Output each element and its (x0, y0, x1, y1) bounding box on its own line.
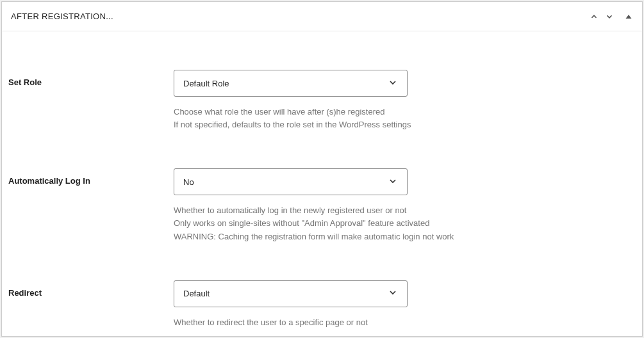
chevron-up-icon[interactable] (590, 12, 599, 21)
auto-login-select[interactable]: No (174, 168, 408, 195)
help-auto-login: Whether to automatically log in the newl… (174, 204, 636, 243)
control-set-role: Default Role Choose what role the user w… (174, 70, 636, 131)
field-row-set-role: Set Role Default Role Choose what role t… (8, 70, 636, 131)
help-set-role: Choose what role the user will have afte… (174, 106, 636, 131)
panel-title: AFTER REGISTRATION... (11, 12, 113, 21)
help-line: Only works on single-sites without "Admi… (174, 217, 636, 230)
help-line: Whether to redirect the user to a specif… (174, 316, 636, 329)
label-redirect: Redirect (8, 280, 174, 298)
chevron-down-icon[interactable] (605, 12, 614, 21)
set-role-select[interactable]: Default Role (174, 70, 408, 97)
redirect-value: Default (183, 289, 210, 298)
chevron-down-icon (388, 176, 398, 188)
redirect-select[interactable]: Default (174, 280, 408, 307)
help-line: If not specified, defaults to the role s… (174, 118, 636, 131)
chevron-down-icon (388, 287, 398, 300)
help-line: Whether to automatically log in the newl… (174, 204, 636, 217)
panel-header: AFTER REGISTRATION... (2, 2, 642, 31)
help-line: Choose what role the user will have afte… (174, 106, 636, 118)
auto-login-value: No (183, 177, 194, 187)
control-auto-login: No Whether to automatically log in the n… (174, 168, 636, 243)
set-role-value: Default Role (183, 79, 229, 88)
label-set-role: Set Role (8, 70, 174, 87)
after-registration-panel: AFTER REGISTRATION... Set Role Default R… (1, 1, 643, 337)
caret-up-icon[interactable] (624, 12, 633, 21)
help-redirect: Whether to redirect the user to a specif… (174, 316, 636, 329)
panel-actions (590, 12, 633, 21)
svg-marker-0 (626, 15, 632, 19)
label-auto-login: Automatically Log In (8, 168, 174, 186)
panel-body: Set Role Default Role Choose what role t… (2, 31, 642, 338)
chevron-down-icon (388, 77, 398, 90)
control-redirect: Default Whether to redirect the user to … (174, 280, 636, 329)
field-row-auto-login: Automatically Log In No Whether to autom… (8, 168, 636, 243)
help-line: WARNING: Caching the registration form w… (174, 230, 636, 243)
field-row-redirect: Redirect Default Whether to redirect the… (8, 280, 636, 329)
